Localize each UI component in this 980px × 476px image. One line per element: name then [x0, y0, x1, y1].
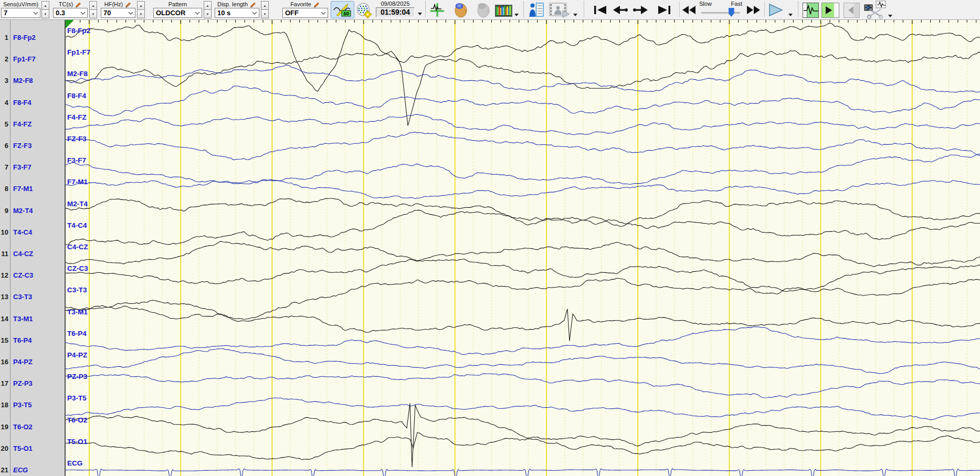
trace-label: CZ-C3 [67, 265, 88, 272]
edit-pencil-icon[interactable] [124, 1, 132, 8]
channel-row-M2-F8[interactable]: 3M2-F8 [0, 76, 65, 86]
video-dropdown-caret[interactable] [573, 14, 577, 16]
speed-fast-label: Fast [731, 1, 742, 7]
channel-row-F7-M1[interactable]: 8F7-M1 [0, 184, 65, 194]
tc-spin-up[interactable]: ▲ [89, 1, 97, 10]
eeg-viewer-window: Sens(uV/mm) 7 ▲ ▼ TC(s) 0.3 ▲ ▼ HF(Hz) [0, 0, 980, 476]
edit-pencil-icon[interactable] [75, 1, 82, 8]
channel-number: 21 [0, 465, 8, 475]
play-forward-icon [821, 3, 839, 18]
step-back-disabled-icon [844, 3, 860, 18]
speed-slider-thumb[interactable] [729, 8, 734, 17]
channel-number: 5 [0, 119, 8, 130]
chevron-down-icon [80, 10, 86, 16]
skip-to-end-icon [658, 5, 676, 15]
channel-row-P3-T5[interactable]: 18P3-T5 [0, 400, 65, 410]
channel-row-C3-T3[interactable]: 13C3-T3 [0, 292, 65, 302]
play-dropdown-caret[interactable] [788, 14, 793, 16]
fast-forward-button[interactable] [745, 4, 761, 16]
fast-forward-icon [746, 5, 761, 15]
play-forward-button[interactable] [821, 2, 839, 18]
previous-event-button[interactable] [612, 4, 629, 16]
sens-select[interactable]: 7 [1, 8, 40, 18]
favorite-select[interactable]: OFF [282, 8, 328, 18]
hf-spin-down[interactable]: ▼ [137, 9, 145, 18]
clip-dropdown-caret[interactable] [888, 15, 892, 17]
eeg-trace-T6-P4 [66, 327, 980, 355]
hf-spin-up[interactable]: ▲ [137, 1, 145, 10]
skip-to-end-button[interactable] [657, 4, 676, 16]
tc-spin-down[interactable]: ▼ [89, 9, 97, 18]
clip-scissors-button[interactable] [863, 1, 887, 19]
channel-row-T6-P4[interactable]: 15T6-P4 [0, 335, 65, 346]
channel-row-PZ-P3[interactable]: 17PZ-P3 [0, 378, 65, 389]
eeg-trace-C4-CZ [66, 241, 980, 267]
channel-row-T6-O2[interactable]: 19T6-O2 [0, 422, 65, 432]
channel-row-FZ-F3[interactable]: 6FZ-F3 [0, 141, 65, 151]
dsa-dropdown-caret[interactable] [514, 14, 519, 16]
displength-spin-down[interactable]: ▼ [261, 9, 269, 18]
video-button[interactable] [549, 2, 571, 18]
next-event-button[interactable] [632, 4, 649, 16]
channel-sidebar: 1F8-Fp22Fp1-F73M2-F84F8-F45F4-FZ6FZ-F37F… [0, 20, 66, 476]
channel-row-CZ-C3[interactable]: 12CZ-C3 [0, 270, 65, 281]
notch-filter-50hz-button[interactable]: 50 [331, 1, 354, 18]
pattern-label: Pattern [153, 1, 202, 8]
channel-row-F3-F7[interactable]: 7F3-F7 [0, 162, 65, 173]
displength-spin-up[interactable]: ▲ [261, 1, 269, 10]
channel-row-ECG[interactable]: 21ECG [0, 465, 65, 475]
trace-label: P4-PZ [67, 351, 87, 359]
channel-row-T5-O1[interactable]: 20T5-O1 [0, 443, 65, 454]
pattern-spin-up[interactable]: ▲ [204, 1, 212, 10]
hf-select[interactable]: 70 [101, 8, 135, 18]
displength-spinner: ▲ ▼ [261, 1, 269, 18]
eeg-trace-F8-Fp2 [66, 23, 980, 91]
montage-settings-button[interactable] [355, 2, 372, 18]
dsa-spectrogram-button[interactable] [495, 4, 512, 17]
review-play-button[interactable] [802, 2, 819, 18]
edit-pencil-icon[interactable] [313, 1, 320, 8]
channel-number: 13 [0, 292, 8, 302]
channel-row-Fp1-F7[interactable]: 2Fp1-F7 [0, 54, 65, 65]
tc-select[interactable]: 0.3 [53, 8, 88, 18]
sens-spin-up[interactable]: ▲ [41, 1, 49, 10]
channel-number: 6 [0, 141, 8, 151]
channel-row-C4-CZ[interactable]: 11C4-CZ [0, 249, 65, 259]
channel-label: C3-T3 [13, 292, 32, 302]
channel-row-F4-FZ[interactable]: 5F4-FZ [0, 119, 65, 130]
play-button[interactable] [767, 3, 784, 17]
rewind-button[interactable] [681, 4, 697, 16]
channel-label: T3-M1 [13, 314, 33, 324]
tc-label: TC(s) [59, 1, 73, 8]
datetime-dropdown-caret[interactable] [418, 13, 422, 15]
chevron-down-icon [194, 10, 201, 16]
eeg-trace-area[interactable]: F8-Fp2Fp1-F7M2-F8F8-F4F4-FZFZ-F3F3-F7F7-… [66, 20, 980, 476]
skip-to-start-button[interactable] [593, 4, 607, 16]
channel-row-T3-M1[interactable]: 14T3-M1 [0, 314, 65, 324]
edit-pencil-icon[interactable] [249, 1, 257, 8]
brain-map-3d-disabled-button[interactable] [475, 2, 492, 18]
channel-row-F8-Fp2[interactable]: 1F8-Fp2 [0, 33, 65, 43]
channel-label: P4-PZ [13, 357, 33, 367]
channel-row-P4-PZ[interactable]: 16P4-PZ [0, 357, 65, 367]
svg-text:50: 50 [343, 10, 349, 16]
time-display[interactable]: 01:59:04 [376, 7, 415, 17]
channel-number: 11 [0, 249, 8, 259]
pattern-select[interactable]: OLDCOR [153, 8, 202, 18]
displength-select[interactable]: 10 s [215, 8, 259, 18]
pattern-spin-down[interactable]: ▼ [204, 9, 212, 18]
channel-row-M2-T4[interactable]: 9M2-T4 [0, 206, 65, 216]
displength-label: Disp. length [217, 1, 248, 8]
channel-row-F8-F4[interactable]: 4F8-F4 [0, 98, 65, 108]
sens-spin-down[interactable]: ▼ [41, 9, 49, 18]
brain-map-3d-button[interactable] [452, 2, 469, 18]
channel-number: 20 [0, 443, 8, 454]
event-marker-button[interactable] [429, 2, 445, 18]
step-back-disabled-button[interactable] [843, 2, 860, 18]
channel-label: F8-Fp2 [13, 33, 36, 43]
patient-info-button[interactable] [528, 2, 545, 18]
speed-slider-track[interactable] [701, 12, 740, 15]
trace-label: T5-O1 [67, 438, 88, 446]
trace-label: C4-CZ [67, 243, 88, 251]
channel-row-T4-C4[interactable]: 10T4-C4 [0, 227, 65, 238]
